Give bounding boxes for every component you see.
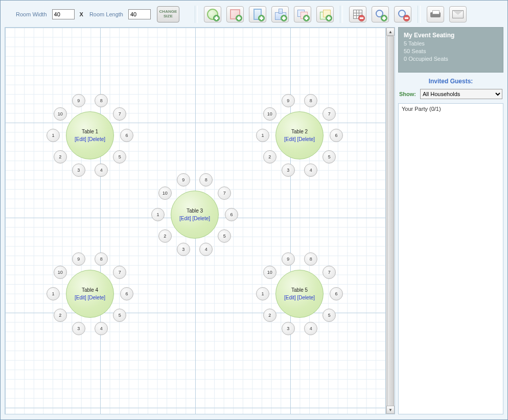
table-delete-link[interactable]: [Delete]: [297, 295, 315, 300]
seat[interactable]: 4: [304, 164, 317, 177]
seat[interactable]: 8: [199, 173, 213, 186]
seat[interactable]: 6: [120, 129, 133, 142]
table-name: Table 2: [291, 129, 308, 134]
table-links: [Edit] [Delete]: [284, 295, 315, 300]
table-group[interactable]: 12345678910Table 1[Edit] [Delete]: [43, 89, 135, 181]
add-rect-table-button[interactable]: [249, 6, 266, 22]
seat[interactable]: 2: [263, 150, 276, 164]
room-width-input[interactable]: [52, 9, 75, 19]
add-head-table-button[interactable]: [271, 6, 289, 22]
table-edit-link[interactable]: [Edit]: [284, 136, 296, 142]
add-square-table-button[interactable]: [226, 6, 244, 22]
table-top[interactable]: Table 2[Edit] [Delete]: [275, 111, 324, 159]
seat[interactable]: 2: [54, 309, 67, 322]
seat[interactable]: 10: [263, 266, 276, 279]
seat[interactable]: 8: [304, 252, 317, 266]
table-name: Table 4: [82, 287, 98, 293]
seat[interactable]: 6: [120, 287, 133, 300]
print-button[interactable]: [427, 6, 444, 22]
scroll-up-arrow-icon[interactable]: ▲: [386, 28, 395, 36]
seat[interactable]: 5: [218, 229, 231, 243]
table-top[interactable]: Table 3[Edit] [Delete]: [171, 191, 219, 239]
seat[interactable]: 9: [72, 94, 85, 107]
table-name: Table 1: [82, 129, 98, 134]
zoom-out-button[interactable]: [394, 6, 411, 22]
seat[interactable]: 7: [113, 266, 126, 279]
seat[interactable]: 7: [322, 266, 336, 279]
seat[interactable]: 4: [95, 322, 108, 335]
table-top[interactable]: Table 4[Edit] [Delete]: [66, 270, 114, 318]
table-group[interactable]: 12345678910Table 3[Edit] [Delete]: [148, 168, 240, 260]
seat[interactable]: 5: [322, 150, 336, 164]
table-group[interactable]: 12345678910Table 2[Edit] [Delete]: [253, 89, 345, 181]
seat[interactable]: 5: [322, 309, 336, 322]
seat[interactable]: 6: [330, 129, 343, 142]
seat[interactable]: 3: [282, 164, 295, 177]
seat[interactable]: 1: [47, 287, 60, 300]
scroll-thumb[interactable]: [387, 36, 394, 409]
seat[interactable]: 10: [263, 107, 276, 121]
table-edit-link[interactable]: [Edit]: [284, 295, 296, 300]
seat[interactable]: 9: [282, 252, 295, 266]
table-edit-link[interactable]: [Edit]: [75, 295, 86, 300]
seat[interactable]: 6: [330, 287, 343, 300]
change-size-button[interactable]: CHANGE SIZE: [157, 6, 179, 22]
seat[interactable]: 5: [113, 309, 126, 322]
add-round-table-button[interactable]: [204, 6, 221, 22]
seat[interactable]: 7: [322, 107, 336, 121]
summary-tables: 5 Tables: [404, 40, 498, 48]
seat[interactable]: 9: [282, 94, 295, 107]
seat[interactable]: 2: [263, 309, 276, 322]
table-top[interactable]: Table 1[Edit] [Delete]: [66, 111, 114, 159]
duplicate-table-button[interactable]: [316, 6, 334, 22]
seat[interactable]: 8: [95, 94, 108, 107]
seat[interactable]: 1: [256, 287, 269, 300]
seat[interactable]: 5: [113, 150, 126, 164]
seat[interactable]: 10: [158, 186, 172, 200]
show-dropdown[interactable]: All Households: [420, 89, 502, 99]
seat[interactable]: 8: [95, 252, 108, 266]
seat[interactable]: 1: [151, 208, 165, 221]
seat[interactable]: 1: [47, 129, 60, 142]
seat[interactable]: 10: [54, 107, 67, 121]
seat[interactable]: 4: [304, 322, 317, 335]
seat[interactable]: 3: [72, 322, 85, 335]
seat[interactable]: 7: [218, 186, 231, 200]
add-shapes-button[interactable]: [294, 6, 311, 22]
table-edit-link[interactable]: [Edit]: [179, 216, 191, 221]
table-group[interactable]: 12345678910Table 4[Edit] [Delete]: [43, 247, 135, 339]
seat[interactable]: 2: [54, 150, 67, 164]
grid-delete-button[interactable]: [349, 6, 366, 22]
seat[interactable]: 4: [95, 164, 108, 177]
vertical-scrollbar[interactable]: ▲ ▼: [386, 28, 395, 414]
table-group[interactable]: 12345678910Table 5[Edit] [Delete]: [253, 247, 345, 339]
party-item[interactable]: Your Party (0/1): [402, 106, 500, 112]
room-dimension-x: X: [80, 11, 83, 17]
table-top[interactable]: Table 5[Edit] [Delete]: [275, 270, 324, 318]
table-delete-link[interactable]: [Delete]: [88, 295, 105, 300]
seat[interactable]: 2: [158, 229, 172, 243]
floor-canvas[interactable]: 12345678910Table 1[Edit] [Delete]1234567…: [5, 28, 386, 414]
table-delete-link[interactable]: [Delete]: [88, 136, 105, 142]
table-links: [Edit] [Delete]: [284, 136, 315, 142]
scroll-down-arrow-icon[interactable]: ▼: [386, 406, 395, 414]
table-edit-link[interactable]: [Edit]: [75, 136, 86, 142]
seat[interactable]: 1: [256, 129, 269, 142]
seat[interactable]: 7: [113, 107, 126, 121]
seat[interactable]: 4: [199, 243, 213, 256]
seat[interactable]: 9: [72, 252, 85, 266]
seat[interactable]: 9: [177, 173, 190, 186]
seat[interactable]: 8: [304, 94, 317, 107]
party-list[interactable]: Your Party (0/1): [398, 103, 503, 414]
printer-icon: [430, 10, 441, 18]
seat[interactable]: 6: [225, 208, 238, 221]
email-button[interactable]: [449, 6, 467, 22]
seat[interactable]: 10: [54, 266, 67, 279]
room-length-input[interactable]: [128, 9, 151, 19]
table-delete-link[interactable]: [Delete]: [297, 136, 315, 142]
seat[interactable]: 3: [282, 322, 295, 335]
seat[interactable]: 3: [72, 164, 85, 177]
zoom-in-button[interactable]: [372, 6, 389, 22]
table-delete-link[interactable]: [Delete]: [193, 216, 210, 221]
seat[interactable]: 3: [177, 243, 190, 256]
